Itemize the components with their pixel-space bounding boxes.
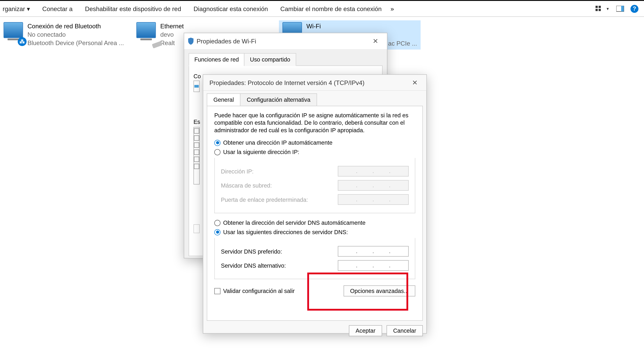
connection-title: Conexión de red Bluetooth	[28, 22, 124, 30]
dns-preferred-label: Servidor DNS preferido:	[221, 248, 282, 255]
description-text: Puede hacer que la configuración IP se a…	[214, 111, 416, 134]
dns-alt-input[interactable]: ...	[338, 260, 408, 271]
subnet-mask-input: ...	[338, 180, 408, 191]
radio-label: Obtener la dirección del servidor DNS au…	[223, 219, 366, 226]
subnet-mask-label: Máscara de subred:	[221, 182, 272, 189]
radio-icon	[214, 220, 220, 226]
svg-rect-6	[194, 85, 199, 88]
network-bluetooth-icon: ⁂	[4, 22, 25, 43]
radio-ip-auto[interactable]: Obtener una dirección IP automáticamente	[214, 139, 416, 146]
radio-icon	[214, 229, 220, 235]
toolbar-rename[interactable]: Cambiar el nombre de esta conexión	[274, 1, 388, 16]
toolbar-diagnose[interactable]: Diagnosticar esta conexión	[187, 1, 274, 16]
connection-title: Wi-Fi	[306, 22, 417, 30]
ip-address-input: ...	[338, 166, 408, 176]
svg-rect-1	[598, 5, 601, 8]
toolbar: rganizar ▾ Conectar a Deshabilitar este …	[0, 0, 644, 17]
dialog-title: Propiedades de Wi-Fi	[196, 37, 368, 44]
svg-rect-5	[621, 5, 624, 11]
view-options-icon[interactable]	[595, 4, 604, 13]
tab-network-functions[interactable]: Funciones de red	[189, 53, 245, 66]
adapter-icon	[194, 84, 199, 88]
dialog-titlebar[interactable]: Propiedades: Protocolo de Internet versi…	[203, 75, 426, 91]
shield-icon	[188, 37, 194, 44]
chevron-down-icon[interactable]: ▾	[606, 6, 609, 11]
cancel-button[interactable]: Cancelar	[386, 325, 423, 336]
validate-label: Validar configuración al salir	[223, 288, 295, 294]
network-ethernet-icon	[136, 22, 158, 43]
validate-checkbox[interactable]	[214, 288, 220, 294]
help-icon[interactable]: ?	[630, 4, 639, 13]
tab-general[interactable]: General	[207, 93, 240, 106]
radio-label: Obtener una dirección IP automáticamente	[223, 139, 332, 146]
connection-bluetooth[interactable]: ⁂ Conexión de red Bluetooth No conectado…	[0, 20, 133, 49]
dns-alt-label: Servidor DNS alternativo:	[221, 262, 286, 269]
ip-address-label: Dirección IP:	[221, 168, 254, 175]
dns-preferred-input[interactable]: ...	[338, 246, 408, 257]
connection-status: No conectado	[28, 30, 124, 39]
radio-dns-auto[interactable]: Obtener la dirección del servidor DNS au…	[214, 219, 416, 226]
toolbar-disable[interactable]: Deshabilitar este dispositivo de red	[79, 1, 187, 16]
tab-alt-config[interactable]: Configuración alternativa	[240, 93, 317, 106]
svg-rect-2	[596, 8, 598, 11]
radio-ip-manual[interactable]: Usar la siguiente dirección IP:	[214, 149, 416, 155]
close-icon[interactable]: ✕	[407, 76, 423, 89]
radio-dns-manual[interactable]: Usar las siguientes direcciones de servi…	[214, 229, 416, 236]
radio-label: Usar las siguientes direcciones de servi…	[223, 229, 348, 236]
protocol-list-clipped	[194, 127, 200, 185]
connection-device: Realt	[160, 39, 184, 47]
radio-icon	[214, 140, 220, 146]
ipv4-properties-dialog: Propiedades: Protocolo de Internet versi…	[203, 74, 427, 334]
tab-sharing[interactable]: Uso compartido	[244, 53, 296, 66]
radio-label: Usar la siguiente dirección IP:	[223, 149, 299, 155]
connection-device: Bluetooth Device (Personal Area ...	[28, 39, 124, 47]
toolbar-organize[interactable]: rganizar ▾	[3, 1, 36, 16]
gateway-label: Puerta de enlace predeterminada:	[221, 196, 308, 203]
radio-icon	[214, 149, 220, 155]
connection-title: Ethernet	[160, 22, 184, 30]
preview-pane-icon[interactable]	[616, 4, 625, 13]
gateway-input: ...	[338, 194, 408, 205]
svg-rect-0	[596, 5, 598, 8]
close-icon[interactable]: ✕	[368, 35, 384, 47]
connection-status: devo	[160, 30, 184, 39]
ok-button[interactable]: Aceptar	[349, 325, 382, 336]
toolbar-connect[interactable]: Conectar a	[36, 1, 79, 16]
advanced-button[interactable]: Opciones avanzadas...	[344, 285, 415, 297]
toolbar-overflow[interactable]: »	[388, 1, 397, 16]
svg-rect-3	[598, 8, 601, 11]
dialog-titlebar[interactable]: Propiedades de Wi-Fi ✕	[184, 33, 387, 49]
dialog-title: Propiedades: Protocolo de Internet versi…	[210, 79, 407, 86]
